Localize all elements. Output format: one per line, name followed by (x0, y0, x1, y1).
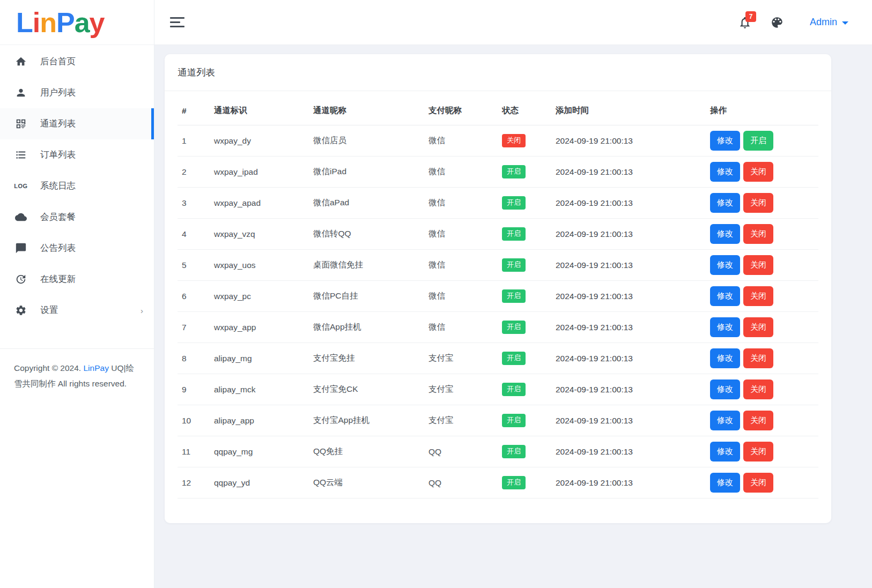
row-number: 8 (178, 343, 210, 374)
close-button[interactable]: 关闭 (743, 193, 773, 212)
close-button[interactable]: 关闭 (743, 317, 773, 337)
sidebar-item-label: 系统日志 (40, 180, 76, 192)
topbar: 7 Admin (154, 0, 872, 45)
close-button[interactable]: 关闭 (743, 348, 773, 368)
admin-label: Admin (810, 17, 837, 28)
sidebar-item[interactable]: 在线更新 (0, 264, 154, 295)
close-button[interactable]: 关闭 (743, 473, 773, 492)
sidebar-item[interactable]: LOG系统日志 (0, 170, 154, 202)
row-number: 12 (178, 467, 210, 498)
brand-letter: y (90, 6, 105, 39)
menu-toggle-icon[interactable] (167, 14, 188, 31)
actions-cell: 修改关闭 (706, 405, 818, 436)
sidebar-item-label: 会员套餐 (40, 211, 76, 223)
channel-id: qqpay_yd (210, 467, 309, 498)
status-cell: 开启 (498, 312, 551, 343)
edit-button[interactable]: 修改 (710, 442, 740, 461)
sidebar-item-label: 在线更新 (40, 273, 76, 285)
status-cell: 开启 (498, 436, 551, 467)
added-time: 2024-09-19 21:00:13 (551, 343, 706, 374)
table-row: 6wxpay_pc微信PC自挂微信开启2024-09-19 21:00:13修改… (178, 281, 818, 312)
edit-button[interactable]: 修改 (710, 286, 740, 306)
channel-nickname: 支付宝免CK (309, 374, 424, 405)
card-body: #通道标识通道昵称支付昵称状态添加时间操作 1wxpay_dy微信店员微信关闭2… (165, 91, 831, 523)
chevron-right-icon: › (141, 306, 143, 315)
sidebar-item[interactable]: 用户列表 (0, 77, 154, 108)
status-cell: 关闭 (498, 125, 551, 157)
pay-nickname: 微信 (424, 312, 498, 343)
close-button[interactable]: 关闭 (743, 442, 773, 461)
edit-button[interactable]: 修改 (710, 317, 740, 337)
edit-button[interactable]: 修改 (710, 379, 740, 399)
close-button[interactable]: 关闭 (743, 162, 773, 181)
table-row: 1wxpay_dy微信店员微信关闭2024-09-19 21:00:13修改开启 (178, 125, 818, 157)
status-badge: 开启 (502, 321, 526, 333)
channel-id: alipay_app (210, 405, 309, 436)
channel-nickname: 微信App挂机 (309, 312, 424, 343)
status-badge: 开启 (502, 227, 526, 240)
added-time: 2024-09-19 21:00:13 (551, 436, 706, 467)
sidebar-item[interactable]: 设置› (0, 295, 154, 326)
status-cell: 开启 (498, 157, 551, 188)
pay-nickname: 微信 (424, 157, 498, 188)
sidebar-footer: Copyright © 2024. LinPay UQ|绘雪共同制作 All r… (0, 348, 154, 392)
column-header: # (178, 95, 210, 125)
row-number: 11 (178, 436, 210, 467)
sidebar: LinPay 后台首页用户列表通道列表订单列表LOG系统日志会员套餐公告列表在线… (0, 0, 154, 588)
table-row: 11qqpay_mgQQ免挂QQ开启2024-09-19 21:00:13修改关… (178, 436, 818, 467)
row-number: 2 (178, 157, 210, 188)
actions-cell: 修改关闭 (706, 157, 818, 188)
pay-nickname: 微信 (424, 281, 498, 312)
channel-nickname: 微信店员 (309, 125, 424, 157)
actions-cell: 修改开启 (706, 125, 818, 157)
qr-code-icon (14, 117, 27, 130)
theme-button[interactable] (770, 16, 784, 29)
edit-button[interactable]: 修改 (710, 193, 740, 212)
edit-button[interactable]: 修改 (710, 411, 740, 430)
channel-nickname: 微信iPad (309, 157, 424, 188)
card-title: 通道列表 (178, 66, 818, 79)
channel-id: wxpay_vzq (210, 219, 309, 250)
edit-button[interactable]: 修改 (710, 255, 740, 274)
close-button[interactable]: 关闭 (743, 224, 773, 243)
channel-id: wxpay_dy (210, 125, 309, 157)
brand-letter: i (33, 6, 40, 39)
status-badge: 关闭 (502, 134, 526, 147)
edit-button[interactable]: 修改 (710, 131, 740, 150)
edit-button[interactable]: 修改 (710, 348, 740, 368)
footer-brand-link[interactable]: LinPay (83, 363, 108, 373)
sidebar-item[interactable]: 后台首页 (0, 46, 154, 77)
channel-nickname: QQ免挂 (309, 436, 424, 467)
column-header: 添加时间 (551, 95, 706, 125)
close-button[interactable]: 关闭 (743, 286, 773, 306)
user-icon (14, 86, 27, 99)
sidebar-item[interactable]: 订单列表 (0, 139, 154, 170)
close-button[interactable]: 关闭 (743, 411, 773, 430)
palette-icon (770, 16, 784, 29)
sidebar-item-label: 用户列表 (40, 87, 76, 99)
sidebar-item-label: 后台首页 (40, 56, 76, 68)
pay-nickname: 支付宝 (424, 405, 498, 436)
brand-letter: n (40, 6, 56, 39)
edit-button[interactable]: 修改 (710, 162, 740, 181)
sidebar-item-label: 订单列表 (40, 149, 76, 161)
added-time: 2024-09-19 21:00:13 (551, 312, 706, 343)
brand-logo[interactable]: LinPay (0, 0, 154, 45)
close-button[interactable]: 关闭 (743, 379, 773, 399)
open-button[interactable]: 开启 (743, 131, 773, 150)
admin-menu[interactable]: Admin (810, 17, 848, 28)
pay-nickname: QQ (424, 436, 498, 467)
sidebar-item[interactable]: 会员套餐 (0, 202, 154, 233)
channel-id: wxpay_apad (210, 188, 309, 219)
table-row: 12qqpay_ydQQ云端QQ开启2024-09-19 21:00:13修改关… (178, 467, 818, 498)
close-button[interactable]: 关闭 (743, 255, 773, 274)
row-number: 7 (178, 312, 210, 343)
edit-button[interactable]: 修改 (710, 473, 740, 492)
sidebar-item[interactable]: 通道列表 (0, 108, 154, 139)
edit-button[interactable]: 修改 (710, 224, 740, 243)
brand-letter: P (56, 6, 75, 39)
notifications-button[interactable]: 7 (738, 16, 752, 29)
actions-cell: 修改关闭 (706, 436, 818, 467)
status-cell: 开启 (498, 250, 551, 281)
sidebar-item[interactable]: 公告列表 (0, 233, 154, 264)
